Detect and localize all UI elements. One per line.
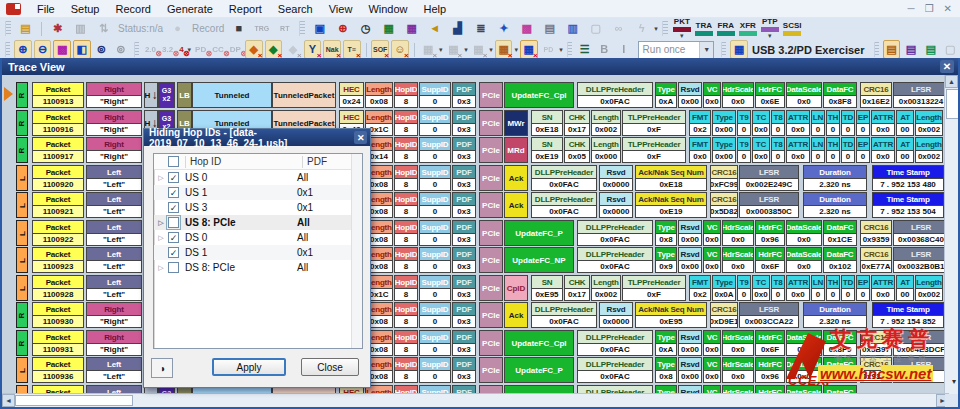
tools-icon[interactable]: ✱: [47, 19, 68, 38]
open-file-icon[interactable]: ▤: [15, 19, 36, 38]
direction-field[interactable]: Left"Left": [86, 247, 142, 273]
fra-view-button[interactable]: FRA: [717, 22, 735, 36]
layout-colors-icon[interactable]: ▤: [922, 40, 940, 59]
horizontal-scrollbar[interactable]: ◄ ►: [2, 393, 949, 407]
suppid-field[interactable]: SuppID0: [419, 137, 451, 163]
field-dllppreheader[interactable]: DLLPPreHeader0x0FAC: [577, 220, 653, 246]
field-crc16[interactable]: CRC160xFC99: [710, 165, 738, 191]
hopid-field[interactable]: HopID8: [394, 192, 418, 218]
field-hdrscale[interactable]: HdrScale0x0: [722, 357, 754, 383]
field-datafc[interactable]: DataFC0x1CE: [823, 357, 857, 383]
field-dllppreheader[interactable]: DLLPPreHeader0x0FAC: [531, 192, 597, 218]
direction-field[interactable]: Left"Left": [86, 192, 142, 218]
field-mwr[interactable]: MWr: [504, 110, 528, 136]
field-attr[interactable]: ATTR0x0: [786, 275, 810, 301]
field-hdrscale[interactable]: HdrScale0x0: [722, 330, 754, 356]
field-chk[interactable]: CHK0x17: [564, 110, 590, 136]
field-duration[interactable]: Duration2.320 ns: [803, 192, 867, 218]
field-duration[interactable]: Duration2.320 ns: [803, 302, 867, 328]
pdf-field[interactable]: PDF0x3: [452, 357, 476, 383]
hopid-row-us-0[interactable]: ▷✓US 0All: [154, 170, 362, 185]
hide-tokens-icon[interactable]: T≡×: [343, 40, 361, 59]
field-at[interactable]: AT00: [896, 275, 914, 301]
archive-icon[interactable]: ▤: [539, 19, 560, 38]
pcie-field[interactable]: PCIe: [479, 357, 503, 383]
dropdown-caret-icon[interactable]: ▾: [489, 46, 493, 54]
pcie-field[interactable]: PCIe: [479, 330, 503, 356]
pcie-field[interactable]: PCIe: [479, 137, 503, 163]
vertical-scrollbar[interactable]: ▲: [944, 75, 958, 394]
hopid-checkbox[interactable]: ✓: [168, 172, 179, 183]
connector-icon[interactable]: ⊕: [332, 19, 353, 38]
stop-icon[interactable]: ■: [228, 19, 249, 38]
field-attr[interactable]: ATTR0x0: [786, 137, 810, 163]
pdf-field[interactable]: PDF0x3: [452, 110, 476, 136]
timing-calc-icon[interactable]: ◷: [355, 19, 376, 38]
navigator-icon[interactable]: ✦: [493, 19, 514, 38]
field-hdrfc[interactable]: HdrFC0x96: [755, 220, 785, 246]
field-vc[interactable]: VC0x0: [703, 247, 721, 273]
field-dllppreheader[interactable]: DLLPPreHeader0x0FAC: [577, 247, 653, 273]
xfr-view-button[interactable]: XFR: [739, 22, 757, 36]
field-mrd[interactable]: MRd: [504, 137, 528, 163]
direction-field[interactable]: Left"Left": [86, 165, 142, 191]
hopid-checkbox[interactable]: ✓: [168, 187, 179, 198]
field-tlppreheader[interactable]: TLPPreHeader0xF: [622, 275, 686, 301]
scroll-up-icon[interactable]: ▲: [945, 75, 958, 88]
scsi-view-button[interactable]: SCSI: [783, 22, 802, 36]
hide-downstream-icon[interactable]: ◆×: [265, 40, 283, 59]
field-updatefc-cpl[interactable]: UpdateFC_Cpl: [504, 330, 574, 356]
hopid-checkbox[interactable]: ✓: [168, 247, 179, 258]
field-td[interactable]: TD0: [841, 110, 855, 136]
field-hdrfc[interactable]: HdrFC0x6F: [755, 330, 785, 356]
pcie-field[interactable]: PCIe: [479, 165, 503, 191]
field-attr[interactable]: ATTR0x0: [871, 137, 895, 163]
expander-icon[interactable]: ▷: [154, 234, 168, 242]
hopid-field[interactable]: HopID8: [394, 82, 418, 108]
pdf-field[interactable]: PDF0x3: [452, 137, 476, 163]
field-dllppreheader[interactable]: DLLPPreHeader0x0FAC: [531, 302, 597, 328]
packet-field[interactable]: Packet1100928: [32, 275, 84, 301]
report-list-icon[interactable]: ≣: [470, 19, 491, 38]
field-rsvd[interactable]: Rsvd0x0000: [599, 165, 633, 191]
dropdown-caret-icon[interactable]: ▾: [514, 46, 518, 54]
field-type[interactable]: Type0xA: [655, 330, 677, 356]
field-time-stamp[interactable]: Time Stamp7 . 952 154 852: [872, 302, 944, 328]
field-attr[interactable]: ATTR0x0: [871, 110, 895, 136]
menu-item-file[interactable]: File: [29, 2, 63, 16]
field-type[interactable]: Type0x9: [655, 247, 677, 273]
field-type[interactable]: Type0x00: [712, 110, 736, 136]
field-datafc[interactable]: DataFC0x8F9: [823, 330, 857, 356]
field-rsvd[interactable]: Rsvd0x00: [678, 247, 702, 273]
field-length[interactable]: Length0x002: [915, 110, 943, 136]
dialog-list-scrollbar[interactable]: [351, 154, 362, 348]
field-t8[interactable]: T80: [771, 137, 785, 163]
menu-item-help[interactable]: Help: [416, 2, 455, 16]
field-rsvd[interactable]: Rsvd0x00: [678, 220, 702, 246]
suppid-field[interactable]: SuppID0: [419, 110, 451, 136]
minimize-button[interactable]: ─: [908, 3, 915, 14]
expander-icon[interactable]: ▷: [154, 174, 168, 182]
layout-arrange-icon[interactable]: ▤: [902, 40, 920, 59]
field-ack[interactable]: Ack: [504, 192, 528, 218]
suppid-field[interactable]: SuppID0: [419, 247, 451, 273]
field-ack-nak-seq-num[interactable]: Ack/Nak Seq Num0xE19: [635, 192, 707, 218]
pcie-field[interactable]: PCIe: [479, 220, 503, 246]
hide-sof-icon[interactable]: SOF×: [371, 40, 389, 59]
field-td[interactable]: TD0: [841, 137, 855, 163]
field-datafc[interactable]: DataFC0x1CE: [823, 220, 857, 246]
field-datascale[interactable]: DataScale0x0: [786, 247, 822, 273]
field-crc16[interactable]: CRC160xE77A: [860, 247, 892, 273]
suppid-field[interactable]: SuppID0: [419, 330, 451, 356]
field-crc16[interactable]: CRC160x5D82: [710, 192, 738, 218]
hopid-row-us-3[interactable]: ✓US 30x1: [154, 200, 362, 215]
packet-field[interactable]: Packet1100923: [32, 247, 84, 273]
field-attr[interactable]: ATTR0x0: [871, 275, 895, 301]
search-binoculars-icon[interactable]: ⊚: [93, 40, 111, 59]
field-datafc[interactable]: DataFC0x102: [823, 247, 857, 273]
zoom-in-icon[interactable]: ⊕: [14, 40, 32, 59]
hopid-checkbox[interactable]: [168, 217, 179, 228]
column-header-hopid[interactable]: Hop ID: [190, 156, 302, 167]
suppid-field[interactable]: SuppID0: [419, 82, 451, 108]
calculator-icon[interactable]: ▥: [562, 19, 583, 38]
